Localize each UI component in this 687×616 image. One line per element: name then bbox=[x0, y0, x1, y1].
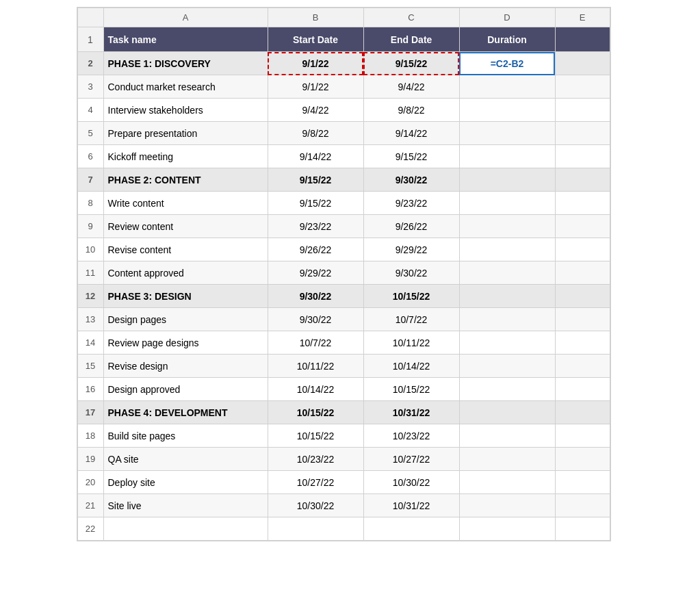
cell-d6[interactable] bbox=[459, 145, 555, 168]
cell-c4[interactable]: 9/8/22 bbox=[363, 99, 459, 122]
cell-a8[interactable]: Write content bbox=[103, 192, 268, 215]
cell-b4[interactable]: 9/4/22 bbox=[268, 99, 363, 122]
cell-d17[interactable] bbox=[459, 401, 555, 424]
cell-a21[interactable]: Site live bbox=[103, 494, 268, 517]
col-header-c[interactable]: C bbox=[363, 8, 459, 27]
cell-d12[interactable] bbox=[459, 285, 555, 308]
cell-a19[interactable]: QA site bbox=[103, 448, 268, 471]
cell-d1[interactable]: Duration bbox=[459, 27, 555, 52]
cell-c13[interactable]: 10/7/22 bbox=[363, 308, 459, 331]
cell-a14[interactable]: Review page designs bbox=[103, 331, 268, 355]
cell-b19[interactable]: 10/23/22 bbox=[268, 448, 363, 471]
cell-b5[interactable]: 9/8/22 bbox=[268, 122, 363, 145]
cell-c18[interactable]: 10/23/22 bbox=[363, 424, 459, 448]
row-num-4: 4 bbox=[77, 99, 103, 122]
cell-d2[interactable]: =C2-B2 bbox=[459, 52, 555, 75]
cell-d22[interactable] bbox=[459, 517, 555, 541]
cell-b9[interactable]: 9/23/22 bbox=[268, 215, 363, 238]
cell-d9[interactable] bbox=[459, 215, 555, 238]
cell-a10[interactable]: Revise content bbox=[103, 238, 268, 261]
cell-c12[interactable]: 10/15/22 bbox=[363, 285, 459, 308]
cell-c8[interactable]: 9/23/22 bbox=[363, 192, 459, 215]
cell-d20[interactable] bbox=[459, 471, 555, 494]
cell-d16[interactable] bbox=[459, 378, 555, 401]
cell-a5[interactable]: Prepare presentation bbox=[103, 122, 268, 145]
cell-d8[interactable] bbox=[459, 192, 555, 215]
header-row: 1 Task name Start Date End Date Duration bbox=[77, 27, 610, 52]
cell-a7[interactable]: PHASE 2: CONTENT bbox=[103, 168, 268, 192]
table-row: 9Review content9/23/229/26/22 bbox=[77, 215, 610, 238]
cell-b21[interactable]: 10/30/22 bbox=[268, 494, 363, 517]
cell-d4[interactable] bbox=[459, 99, 555, 122]
formula-text: =C2-B2 bbox=[491, 58, 524, 69]
cell-a22[interactable] bbox=[103, 517, 268, 541]
cell-b20[interactable]: 10/27/22 bbox=[268, 471, 363, 494]
cell-a12[interactable]: PHASE 3: DESIGN bbox=[103, 285, 268, 308]
cell-a2[interactable]: PHASE 1: DISCOVERY bbox=[103, 52, 268, 75]
table-row: 8Write content9/15/229/23/22 bbox=[77, 192, 610, 215]
cell-c5[interactable]: 9/14/22 bbox=[363, 122, 459, 145]
cell-a15[interactable]: Revise design bbox=[103, 355, 268, 378]
cell-e22 bbox=[555, 517, 610, 541]
cell-c16[interactable]: 10/15/22 bbox=[363, 378, 459, 401]
cell-c20[interactable]: 10/30/22 bbox=[363, 471, 459, 494]
cell-b2[interactable]: 9/1/22 bbox=[268, 52, 363, 75]
cell-d21[interactable] bbox=[459, 494, 555, 517]
cell-d10[interactable] bbox=[459, 238, 555, 261]
cell-a16[interactable]: Design approved bbox=[103, 378, 268, 401]
cell-b14[interactable]: 10/7/22 bbox=[268, 331, 363, 355]
cell-a4[interactable]: Interview stakeholders bbox=[103, 99, 268, 122]
cell-b8[interactable]: 9/15/22 bbox=[268, 192, 363, 215]
col-header-b[interactable]: B bbox=[268, 8, 363, 27]
cell-b11[interactable]: 9/29/22 bbox=[268, 261, 363, 285]
cell-e4 bbox=[555, 99, 610, 122]
cell-c22[interactable] bbox=[363, 517, 459, 541]
cell-d5[interactable] bbox=[459, 122, 555, 145]
cell-c11[interactable]: 9/30/22 bbox=[363, 261, 459, 285]
cell-c6[interactable]: 9/15/22 bbox=[363, 145, 459, 168]
cell-d3[interactable] bbox=[459, 75, 555, 99]
cell-a18[interactable]: Build site pages bbox=[103, 424, 268, 448]
cell-c1[interactable]: End Date bbox=[363, 27, 459, 52]
cell-c2[interactable]: 9/15/22 bbox=[363, 52, 459, 75]
cell-a9[interactable]: Review content bbox=[103, 215, 268, 238]
cell-a3[interactable]: Conduct market research bbox=[103, 75, 268, 99]
cell-c7[interactable]: 9/30/22 bbox=[363, 168, 459, 192]
cell-b13[interactable]: 9/30/22 bbox=[268, 308, 363, 331]
cell-b15[interactable]: 10/11/22 bbox=[268, 355, 363, 378]
cell-a20[interactable]: Deploy site bbox=[103, 471, 268, 494]
cell-b7[interactable]: 9/15/22 bbox=[268, 168, 363, 192]
cell-b6[interactable]: 9/14/22 bbox=[268, 145, 363, 168]
cell-a13[interactable]: Design pages bbox=[103, 308, 268, 331]
cell-b22[interactable] bbox=[268, 517, 363, 541]
cell-c14[interactable]: 10/11/22 bbox=[363, 331, 459, 355]
cell-d19[interactable] bbox=[459, 448, 555, 471]
cell-b18[interactable]: 10/15/22 bbox=[268, 424, 363, 448]
cell-c17[interactable]: 10/31/22 bbox=[363, 401, 459, 424]
cell-a11[interactable]: Content approved bbox=[103, 261, 268, 285]
cell-d7[interactable] bbox=[459, 168, 555, 192]
col-header-d[interactable]: D bbox=[459, 8, 555, 27]
cell-b12[interactable]: 9/30/22 bbox=[268, 285, 363, 308]
cell-c21[interactable]: 10/31/22 bbox=[363, 494, 459, 517]
cell-d11[interactable] bbox=[459, 261, 555, 285]
col-header-e[interactable]: E bbox=[555, 8, 610, 27]
cell-c15[interactable]: 10/14/22 bbox=[363, 355, 459, 378]
cell-b17[interactable]: 10/15/22 bbox=[268, 401, 363, 424]
cell-c10[interactable]: 9/29/22 bbox=[363, 238, 459, 261]
cell-a1[interactable]: Task name bbox=[103, 27, 268, 52]
cell-b10[interactable]: 9/26/22 bbox=[268, 238, 363, 261]
cell-d15[interactable] bbox=[459, 355, 555, 378]
col-header-a[interactable]: A bbox=[103, 8, 268, 27]
cell-a17[interactable]: PHASE 4: DEVELOPMENT bbox=[103, 401, 268, 424]
cell-a6[interactable]: Kickoff meeting bbox=[103, 145, 268, 168]
cell-b1[interactable]: Start Date bbox=[268, 27, 363, 52]
cell-b3[interactable]: 9/1/22 bbox=[268, 75, 363, 99]
cell-d14[interactable] bbox=[459, 331, 555, 355]
cell-d13[interactable] bbox=[459, 308, 555, 331]
cell-c19[interactable]: 10/27/22 bbox=[363, 448, 459, 471]
cell-b16[interactable]: 10/14/22 bbox=[268, 378, 363, 401]
cell-c9[interactable]: 9/26/22 bbox=[363, 215, 459, 238]
cell-c3[interactable]: 9/4/22 bbox=[363, 75, 459, 99]
cell-d18[interactable] bbox=[459, 424, 555, 448]
